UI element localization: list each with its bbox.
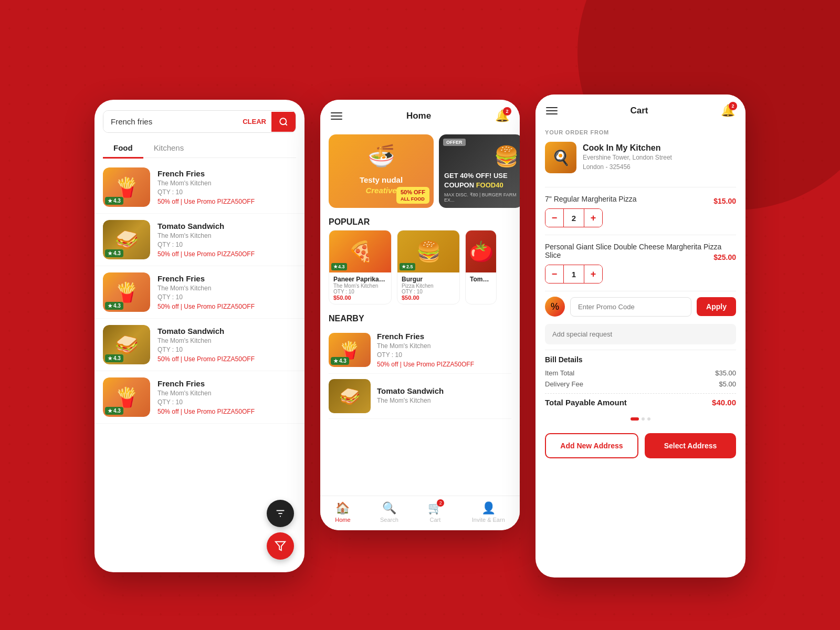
qty-increase-button[interactable]: +: [584, 265, 602, 283]
food-qty: QTY : 10: [158, 241, 296, 248]
notification-badge: 2: [503, 107, 511, 116]
popular-item-qty: OTY : 10: [333, 289, 387, 295]
item-total-value: $35.00: [715, 369, 736, 377]
popular-item[interactable]: 🍅 Tomat...: [465, 230, 497, 304]
qty-value: 2: [563, 209, 584, 227]
popular-card-info: Paneer Paprika Pizza The Mom's Kitchen O…: [329, 272, 391, 304]
nav-home[interactable]: 🏠 Home: [335, 501, 350, 523]
search-bar: CLEAR: [103, 110, 296, 133]
bill-details: Bill Details Item Total $35.00 Delivery …: [536, 350, 746, 414]
delivery-fee-value: $5.00: [719, 380, 736, 388]
qty-control-1: − 2 +: [545, 208, 603, 227]
restaurant-name: Cook In My Kitchen: [583, 143, 672, 153]
qty-increase-button[interactable]: +: [584, 209, 602, 227]
food-promo: 50% off | Use Promo PIZZA50OFF: [158, 303, 296, 310]
scroll-dot: [631, 417, 639, 421]
cart-badge: 2: [437, 499, 444, 507]
qty-decrease-button[interactable]: −: [545, 209, 563, 227]
tab-food[interactable]: Food: [103, 138, 143, 158]
popular-item[interactable]: 🍔 ★ 2.5 Burgur Pizza Kitchen OTY : 10 $5…: [397, 230, 460, 304]
banner-noodle[interactable]: 🍜 Testy nudalCreative 50% OFFALL FOOD: [329, 134, 434, 208]
select-address-button[interactable]: Select Address: [645, 433, 736, 458]
rating-badge: ★4.3: [105, 407, 123, 415]
nav-cart[interactable]: 🛒 2 Cart: [428, 501, 442, 523]
special-request-input[interactable]: [545, 324, 736, 344]
food-promo: 50% off | Use Promo PIZZA50OFF: [158, 198, 296, 205]
add-new-address-button[interactable]: Add New Address: [545, 433, 638, 458]
popular-image-pizza: 🍕 ★ 4.3: [329, 230, 391, 272]
cart-notifications-button[interactable]: 🔔 2: [721, 104, 735, 118]
nav-invite-label: Invite & Earn: [472, 517, 505, 523]
food-name: Tomato Sandwich: [158, 222, 296, 230]
cart-item-name: Personal Giant Slice Double Cheese Margh…: [545, 243, 736, 259]
scroll-dot: [642, 417, 645, 421]
list-item[interactable]: ★4.3 French Fries The Mom's Kitchen QTY …: [94, 371, 304, 424]
nav-search[interactable]: 🔍 Search: [380, 501, 398, 523]
bill-total-row: Total Payable Amount $40.00: [545, 393, 736, 407]
food-qty: QTY : 10: [158, 346, 296, 353]
nearby-item-kitchen: The Mom's Kitchen: [377, 397, 511, 404]
home-icon: 🏠: [335, 501, 350, 515]
order-from-section: YOUR ORDER FROM 🍳 Cook In My Kitchen Eve…: [536, 124, 746, 187]
item-total-label: Item Total: [545, 369, 574, 377]
nearby-image-sandwich: 🥪: [329, 379, 371, 413]
offer-tag: OFFER: [443, 139, 466, 146]
nearby-item[interactable]: 🍟 ★ 4.3 French Fries The Mom's Kitchen O…: [329, 327, 511, 374]
popular-item-kitchen: Pizza Kitchen: [402, 283, 455, 289]
cart-item-price: $25.00: [713, 253, 736, 261]
banner-sub: MAX DISC. ₹80 | BURGER FARM EX...: [444, 192, 518, 203]
food-info: Tomato Sandwich The Mom's Kitchen QTY : …: [158, 222, 296, 258]
bottom-nav: 🏠 Home 🔍 Search 🛒 2 Cart 👤 Invite & Earn: [320, 496, 520, 530]
banner-row: 🍜 Testy nudalCreative 50% OFFALL FOOD OF…: [320, 129, 520, 213]
food-image: ★4.3: [103, 272, 150, 312]
list-item[interactable]: ★4.3 Tomato Sandwich The Mom's Kitchen Q…: [94, 214, 304, 266]
apply-promo-button[interactable]: Apply: [697, 297, 736, 316]
list-item[interactable]: ★4.3 Tomato Sandwich The Mom's Kitchen Q…: [94, 319, 304, 371]
restaurant-address: Evershine Tower, London Street London - …: [583, 153, 672, 172]
banner-title: GET 40% OFF! USECOUPON FOOD40: [444, 171, 518, 190]
food-kitchen: The Mom's Kitchen: [158, 180, 296, 187]
cart-page-title: Cart: [630, 106, 648, 116]
food-kitchen: The Mom's Kitchen: [158, 232, 296, 239]
nav-cart-label: Cart: [429, 517, 440, 523]
menu-icon[interactable]: [546, 107, 558, 114]
qty-decrease-button[interactable]: −: [545, 265, 563, 283]
promo-input[interactable]: [570, 297, 691, 317]
nav-invite[interactable]: 👤 Invite & Earn: [472, 501, 505, 523]
food-qty: QTY : 10: [158, 293, 296, 301]
list-item[interactable]: ★4.3 French Fries The Mom's Kitchen QTY …: [94, 266, 304, 319]
nav-search-label: Search: [380, 517, 398, 523]
search-input[interactable]: [103, 111, 237, 132]
nearby-list: 🍟 ★ 4.3 French Fries The Mom's Kitchen O…: [320, 327, 520, 419]
food-image: ★4.3: [103, 377, 150, 417]
search-submit-button[interactable]: [271, 112, 296, 132]
notifications-button[interactable]: 🔔 2: [495, 109, 509, 123]
food-promo: 50% off | Use Promo PIZZA50OFF: [158, 408, 296, 415]
list-item[interactable]: ★4.3 French Fries The Mom's Kitchen QTY …: [94, 161, 304, 214]
restaurant-row: 🍳 Cook In My Kitchen Evershine Tower, Lo…: [545, 142, 736, 173]
page-title: Home: [406, 111, 431, 121]
food-qty: QTY : 10: [158, 398, 296, 406]
burger-emoji: 🍔: [494, 145, 519, 168]
tab-kitchens[interactable]: Kitchens: [143, 138, 195, 158]
noodle-emoji: 🍜: [368, 143, 395, 169]
food-qty: QTY : 10: [158, 188, 296, 196]
cart-item-1: 7" Regular Margherita Pizza $15.00 − 2 +: [536, 187, 746, 235]
total-value: $40.00: [712, 398, 736, 407]
sort-fab-button[interactable]: [267, 532, 294, 560]
food-kitchen: The Mom's Kitchen: [158, 285, 296, 292]
clear-button[interactable]: CLEAR: [237, 118, 271, 125]
restaurant-info: Cook In My Kitchen Evershine Tower, Lond…: [583, 143, 672, 172]
popular-item[interactable]: 🍕 ★ 4.3 Paneer Paprika Pizza The Mom's K…: [329, 230, 392, 304]
menu-icon[interactable]: [331, 112, 342, 120]
invite-icon: 👤: [481, 501, 496, 515]
scroll-indicator: [536, 414, 746, 426]
delivery-fee-label: Delivery Fee: [545, 380, 583, 388]
nearby-item[interactable]: 🥪 Tomato Sandwich The Mom's Kitchen: [329, 374, 511, 419]
banner-burger[interactable]: OFFER 🍔 GET 40% OFF! USECOUPON FOOD40 MA…: [439, 134, 520, 208]
special-request-wrap: [536, 322, 746, 350]
cart-actions: Add New Address Select Address: [536, 426, 746, 468]
filter-fab-button[interactable]: [267, 500, 294, 527]
nearby-item-qty: OTY : 10: [377, 351, 511, 359]
svg-marker-4: [276, 542, 285, 551]
